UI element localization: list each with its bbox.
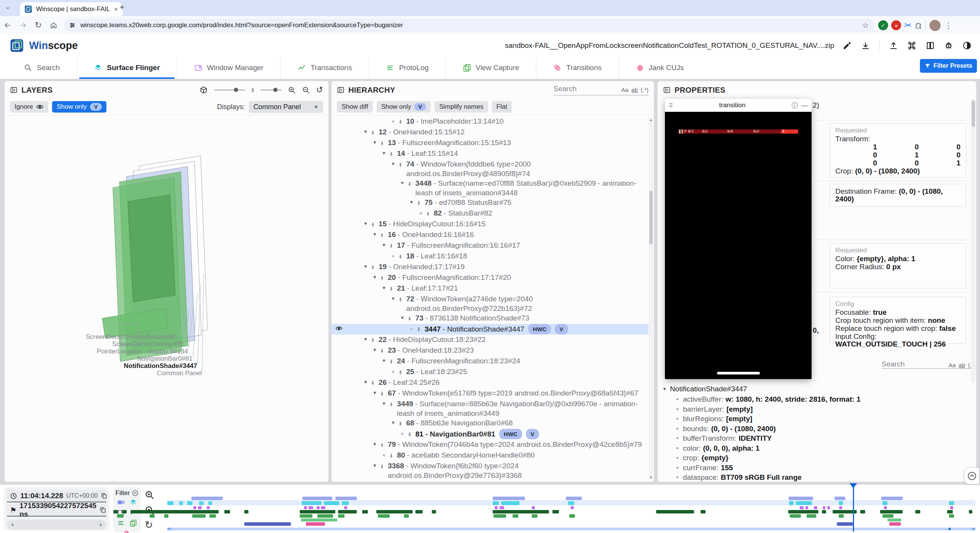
expand-arrow-icon[interactable]: ▼ [370,230,379,239]
timeline-zoom-in-icon[interactable] [145,490,155,500]
expand-arrow-icon[interactable]: ▼ [398,313,407,323]
filter-listlines-icon[interactable] [117,519,125,527]
hierarchy-row[interactable]: ▼23- OneHanded:18:23#23 [332,345,648,356]
tab-transactions[interactable]: Transactions [280,57,369,79]
copy-icon[interactable] [101,492,108,499]
layers-3d-view[interactable]: ScreenDecorOverlayBottom#61ScreenDecorOv… [5,115,328,482]
layer-label[interactable]: NotificationShade#3447 [124,362,197,370]
filter-window-icon[interactable] [117,509,125,517]
zoom-out-icon[interactable] [302,86,310,94]
browser-tab[interactable]: Winscope | sandbox-FAIL × [20,2,122,16]
expand-arrow-icon[interactable]: ▼ [379,356,389,366]
extensions-puzzle-icon[interactable] [915,21,922,29]
hierarchy-row[interactable]: ▼15- HideDisplayCutout:16:16#15 [332,219,648,230]
pin-icon[interactable] [398,159,406,170]
upload-action-icon[interactable] [889,41,898,50]
expand-arrow-icon[interactable]: ▼ [379,149,389,158]
expand-arrow-icon[interactable]: ▼ [370,440,379,449]
zoom-in-icon[interactable] [288,86,296,94]
hierarchy-row[interactable]: ▼68- 885b63e NavigationBar0#68 [332,418,648,429]
pin-icon[interactable] [416,324,425,335]
extension-red-icon[interactable]: » [891,20,901,30]
filter-camera-icon[interactable] [117,499,125,506]
pin-icon[interactable] [389,283,397,294]
chip-simplify-names[interactable]: Simplify names [434,101,488,113]
hierarchy-row[interactable]: ▼3448- Surface(name=ed70f88 StatusBar)/@… [332,178,648,198]
download-action-icon[interactable] [861,41,870,50]
properties-search-input[interactable]: Search Aaab(.*) [882,355,976,369]
tab-transitions[interactable]: Transitions [536,57,618,79]
property-item[interactable]: •barrierLayer:[empty] [676,404,969,414]
pin-icon[interactable] [407,313,415,324]
properties-scrollbar[interactable] [971,100,975,383]
pin-icon[interactable] [379,138,388,149]
collapse-filter-icon[interactable] [132,490,139,497]
search-tool-1[interactable]: ab [631,87,638,93]
pin-icon[interactable] [379,388,388,399]
pin-icon[interactable] [398,367,406,378]
hierarchy-row[interactable]: ●80- ace6abb SecondaryHomeHandle0#80 [332,450,648,461]
collapse-panel-icon[interactable] [10,86,18,94]
hierarchy-row[interactable]: ▼26- Leaf:24:25#26 [332,378,648,388]
hierarchy-row[interactable]: ▼67- WindowToken{e5176f9 type=2019 andro… [332,388,648,399]
hierarchy-row[interactable]: ▼73- 8736138 NotificationShade#73 [332,313,648,324]
minimize-icon[interactable]: — [801,102,808,109]
frame-step-bar[interactable]: ‹ › [7,520,106,530]
hierarchy-row[interactable]: ●81- NavigationBar0#81HWCV [332,429,648,440]
property-item[interactable]: •bufferTransform:IDENTITY [676,433,969,443]
expand-arrow-icon[interactable]: ▼ [370,388,379,398]
tab-windowmanager[interactable]: Window Manager [177,57,281,79]
pin-icon[interactable] [370,219,379,230]
extension-green-icon[interactable]: ✓ [878,20,888,30]
expand-arrow-icon[interactable]: ▼ [379,283,389,293]
contrast-action-icon[interactable] [962,41,972,50]
expand-arrow-icon[interactable]: ▼ [361,378,370,387]
pin-icon[interactable] [407,429,415,440]
property-item[interactable]: •currFrame:155 [676,463,969,473]
hierarchy-row[interactable]: ▼21- Leaf:17:17#21 [332,283,648,294]
hierarchy-row[interactable]: ●3447- NotificationShade#3447HWCV [332,324,648,335]
hierarchy-row[interactable]: ▼20- FullscreenMagnification:17:17#20 [332,273,648,283]
hierarchy-row[interactable]: ▼14- Leaf:15:15#14 [332,149,648,159]
spacing-slider[interactable] [260,90,282,90]
pencil-action-icon[interactable] [843,41,852,50]
pin-icon[interactable] [389,399,397,410]
reset-view-icon[interactable]: ↺ [316,86,323,94]
tab-search[interactable]: Search [7,57,77,79]
hierarchy-row[interactable]: ▼3449- Surface(name=885b63e NavigationBa… [332,399,648,418]
scissors-extension-icon[interactable]: ✂ [904,21,911,30]
expand-arrow-icon[interactable]: ▼ [361,219,370,229]
property-item[interactable]: •blurRegions:[empty] [676,414,969,424]
collapse-panel-icon[interactable] [337,86,345,94]
pin-icon[interactable] [398,116,406,127]
pin-icon[interactable] [370,262,379,273]
pin-icon[interactable] [398,251,406,262]
tab-viewcapture[interactable]: View Capture [446,57,536,79]
filter-rings-icon[interactable] [123,530,131,533]
reload-icon[interactable]: ↻ [31,21,46,29]
layer-label[interactable]: ScreenDecorOverlayBottom#61 [86,333,178,341]
expand-arrow-icon[interactable]: ▼ [370,461,379,471]
hierarchy-row[interactable]: ▼22- HideDisplayCutout:18:23#22 [332,335,648,345]
pin-icon[interactable] [398,418,406,429]
tab-jankcujs[interactable]: Jank CUJs [619,57,701,79]
layer-label[interactable]: PointerLocation - display 0#134 [97,348,188,355]
pin-icon[interactable] [389,356,397,367]
expand-arrow-icon[interactable]: ▼ [389,294,398,304]
chip-show-diff[interactable]: Show diff [337,101,373,113]
visibility-eye-icon[interactable] [335,325,343,334]
hierarchy-row[interactable]: ▼13- FullscreenMagnification:15:15#13 [332,138,648,149]
command-action-icon[interactable] [907,41,916,50]
drag-handle-icon[interactable]: ⠿ [669,103,673,108]
filter-frames-icon[interactable] [129,519,137,527]
chip-flat[interactable]: Flat [492,101,512,113]
hierarchy-scrollbar[interactable]: ▲ ▼ [649,118,653,479]
home-icon[interactable] [46,21,61,29]
pin-icon[interactable] [379,461,388,472]
copy-icon[interactable] [100,507,106,513]
hierarchy-row[interactable]: ▼75- ed70f88 StatusBar#75 [332,198,648,208]
pin-icon[interactable] [379,345,388,356]
property-item[interactable]: •bounds:(0, 0) - (1080, 2400) [676,424,969,434]
hierarchy-row[interactable]: ▼17- FullscreenMagnification:16:16#17 [332,240,648,251]
info-icon[interactable]: ⓘ [792,102,798,109]
